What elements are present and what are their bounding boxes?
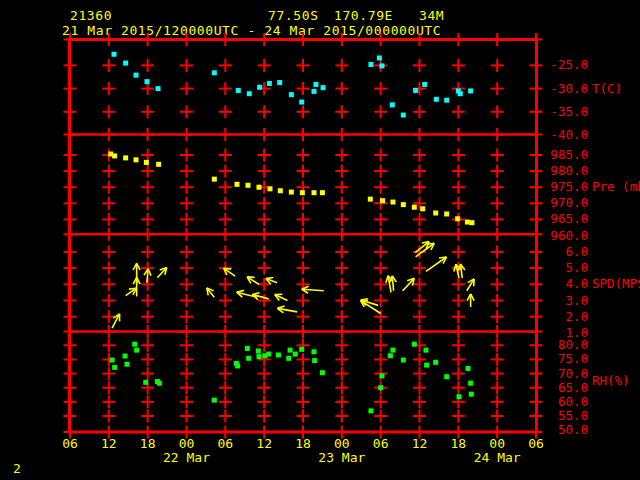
svg-text:23 Mar: 23 Mar <box>318 450 365 465</box>
svg-text:985.0: 985.0 <box>550 147 588 162</box>
svg-text:22 Mar: 22 Mar <box>163 450 210 465</box>
svg-text:50.0: 50.0 <box>558 422 588 437</box>
svg-text:06: 06 <box>218 436 234 451</box>
svg-text:55.0: 55.0 <box>558 408 588 423</box>
svg-text:4.0: 4.0 <box>565 276 588 291</box>
svg-text:12: 12 <box>101 436 117 451</box>
svg-text:06: 06 <box>62 436 78 451</box>
svg-text:-30.0: -30.0 <box>550 81 588 96</box>
svg-text:65.0: 65.0 <box>558 380 588 395</box>
page-number: 2 <box>13 461 21 476</box>
svg-text:3.0: 3.0 <box>565 293 588 308</box>
svg-text:965.0: 965.0 <box>550 211 588 226</box>
svg-text:-25.0: -25.0 <box>550 57 588 72</box>
meteogram-chart: -25.0-30.0-35.0-40.0T(C)985.0980.0975.09… <box>0 0 640 480</box>
svg-text:60.0: 60.0 <box>558 394 588 409</box>
svg-text:18: 18 <box>295 436 311 451</box>
svg-text:975.0: 975.0 <box>550 179 588 194</box>
svg-text:RH(%): RH(%) <box>592 373 630 388</box>
svg-text:SPD(MPS): SPD(MPS) <box>592 276 640 291</box>
svg-text:970.0: 970.0 <box>550 195 588 210</box>
svg-text:12: 12 <box>256 436 272 451</box>
svg-text:18: 18 <box>451 436 467 451</box>
svg-text:6.0: 6.0 <box>565 244 588 259</box>
svg-text:12: 12 <box>412 436 428 451</box>
svg-text:80.0: 80.0 <box>558 337 588 352</box>
svg-text:980.0: 980.0 <box>550 163 588 178</box>
svg-text:24 Mar: 24 Mar <box>474 450 521 465</box>
svg-text:18: 18 <box>140 436 156 451</box>
svg-text:5.0: 5.0 <box>565 260 588 275</box>
svg-text:70.0: 70.0 <box>558 366 588 381</box>
svg-text:-35.0: -35.0 <box>550 104 588 119</box>
svg-text:06: 06 <box>528 436 544 451</box>
svg-text:06: 06 <box>373 436 389 451</box>
svg-text:75.0: 75.0 <box>558 351 588 366</box>
svg-text:-40.0: -40.0 <box>550 127 588 142</box>
svg-text:960.0: 960.0 <box>550 228 588 243</box>
svg-text:T(C): T(C) <box>592 81 622 96</box>
svg-text:Pre (mb): Pre (mb) <box>592 179 640 194</box>
svg-text:2.0: 2.0 <box>565 309 588 324</box>
